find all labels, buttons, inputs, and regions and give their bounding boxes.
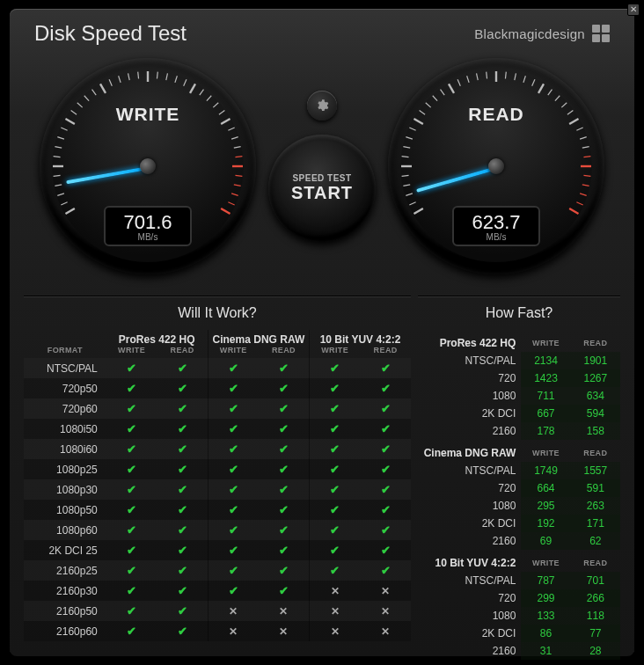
wiw-cell: ✔ xyxy=(310,479,361,500)
will-it-work-title: Will It Work? xyxy=(24,305,411,321)
wiw-cell: ✔ xyxy=(310,500,361,520)
wiw-cell: ✔ xyxy=(106,398,157,419)
svg-line-14 xyxy=(92,90,97,95)
table-row: NTSC/PAL 1749 1557 xyxy=(418,462,620,479)
wiw-cell: ✕ xyxy=(259,601,310,621)
svg-line-27 xyxy=(207,96,211,101)
table-row: 2160p50✔✔✕✕✕✕ xyxy=(24,601,411,621)
svg-line-59 xyxy=(477,73,479,80)
hf-row-label: 2K DCI xyxy=(418,515,521,532)
svg-line-68 xyxy=(555,96,560,101)
wiw-cell: ✔ xyxy=(106,601,157,621)
hf-write-value: 2134 xyxy=(521,352,570,369)
svg-line-15 xyxy=(100,84,106,92)
table-row: 1080p30✔✔✔✔✔✔ xyxy=(24,479,411,500)
app-window: ✕ Disk Speed Test Blackmagicdesign WRITE… xyxy=(10,9,634,656)
svg-line-63 xyxy=(515,73,516,80)
table-row: 2K DCI 25✔✔✔✔✔✔ xyxy=(24,540,411,560)
check-icon: ✔ xyxy=(381,382,391,395)
table-row: 1080i60✔✔✔✔✔✔ xyxy=(24,439,411,459)
write-gauge-label: WRITE xyxy=(40,104,256,125)
gauge-hub-icon xyxy=(140,158,156,174)
wiw-cell: ✔ xyxy=(208,439,259,459)
check-icon: ✔ xyxy=(279,523,289,537)
wiw-cell: ✔ xyxy=(157,459,208,479)
cross-icon: ✕ xyxy=(331,605,340,618)
svg-line-36 xyxy=(235,175,242,176)
svg-line-74 xyxy=(582,147,589,149)
wiw-cell: ✔ xyxy=(106,621,157,641)
check-icon: ✔ xyxy=(127,544,136,557)
table-row: 2160p25✔✔✔✔✔✔ xyxy=(24,560,411,581)
svg-line-16 xyxy=(109,79,112,85)
check-icon: ✔ xyxy=(229,422,238,435)
settings-button[interactable] xyxy=(307,91,337,121)
wiw-cell: ✔ xyxy=(259,419,310,439)
wiw-cell: ✔ xyxy=(360,398,411,419)
wiw-row-label: 2K DCI 25 xyxy=(24,540,106,560)
svg-line-37 xyxy=(234,185,241,186)
wiw-cell: ✔ xyxy=(259,378,310,398)
hf-sub-read: READ xyxy=(571,550,620,572)
wiw-cell: ✔ xyxy=(157,520,208,540)
wiw-cell: ✔ xyxy=(310,398,361,419)
wiw-group-header: ProRes 422 HQ xyxy=(106,330,208,346)
hf-row-label: 2160 xyxy=(418,422,521,440)
read-gauge-label: READ xyxy=(388,104,604,125)
wiw-cell: ✔ xyxy=(157,560,208,581)
svg-line-58 xyxy=(467,76,469,83)
check-icon: ✔ xyxy=(229,483,238,496)
hf-row-label: 1080 xyxy=(418,497,521,515)
svg-line-60 xyxy=(487,72,487,79)
check-icon: ✔ xyxy=(330,422,340,435)
brand-label: Blackmagicdesign xyxy=(474,26,585,41)
how-fast-title: How Fast? xyxy=(418,305,620,321)
check-icon: ✔ xyxy=(178,362,187,375)
wiw-row-label: 720p60 xyxy=(24,398,106,419)
hf-read-value: 1557 xyxy=(571,462,620,479)
wiw-cell: ✔ xyxy=(310,560,361,581)
wiw-row-label: 1080p50 xyxy=(24,500,106,520)
table-row: 720p60✔✔✔✔✔✔ xyxy=(24,398,411,419)
center-controls: SPEED TEST START xyxy=(265,91,379,242)
check-icon: ✔ xyxy=(330,564,340,577)
wiw-cell: ✔ xyxy=(208,581,259,601)
hf-write-value: 69 xyxy=(521,532,570,550)
wiw-row-label: 2160p60 xyxy=(24,621,106,641)
svg-line-25 xyxy=(190,84,195,92)
hf-write-value: 787 xyxy=(521,572,570,589)
check-icon: ✔ xyxy=(330,503,340,516)
svg-line-40 xyxy=(221,208,230,214)
table-row: NTSC/PAL 787 701 xyxy=(418,572,620,589)
svg-line-78 xyxy=(582,185,589,186)
svg-line-4 xyxy=(54,175,61,176)
hf-row-label: 2K DCI xyxy=(418,405,521,422)
write-readout: 701.6 MB/s xyxy=(104,206,192,246)
wiw-cell: ✔ xyxy=(259,520,310,540)
check-icon: ✔ xyxy=(127,503,136,516)
svg-line-44 xyxy=(403,185,410,186)
svg-line-0 xyxy=(65,208,74,214)
wiw-cell: ✔ xyxy=(157,378,208,398)
hf-row-label: 2160 xyxy=(418,642,521,660)
svg-line-21 xyxy=(157,72,157,79)
hf-write-value: 667 xyxy=(521,405,570,422)
check-icon: ✔ xyxy=(229,523,238,537)
write-gauge: WRITE 701.6 MB/s xyxy=(40,58,256,274)
check-icon: ✔ xyxy=(127,422,136,435)
wiw-cell: ✕ xyxy=(310,601,361,621)
wiw-cell: ✔ xyxy=(208,358,259,378)
hf-section-header: Cinema DNG RAW WRITE READ xyxy=(418,440,620,462)
start-button[interactable]: SPEED TEST START xyxy=(268,135,376,242)
wiw-cell: ✔ xyxy=(106,378,157,398)
hf-write-value: 31 xyxy=(521,642,570,660)
table-row: 1080p60✔✔✔✔✔✔ xyxy=(24,520,411,540)
wiw-cell: ✔ xyxy=(157,419,208,439)
how-fast-table: ProRes 422 HQ WRITE READ NTSC/PAL 2134 1… xyxy=(418,330,620,660)
check-icon: ✔ xyxy=(127,584,136,597)
close-icon[interactable]: ✕ xyxy=(627,4,640,16)
hf-row-label: 720 xyxy=(418,369,521,387)
wiw-row-label: 1080p60 xyxy=(24,520,106,540)
hf-row-label: 1080 xyxy=(418,387,521,405)
hf-read-value: 634 xyxy=(571,387,620,405)
